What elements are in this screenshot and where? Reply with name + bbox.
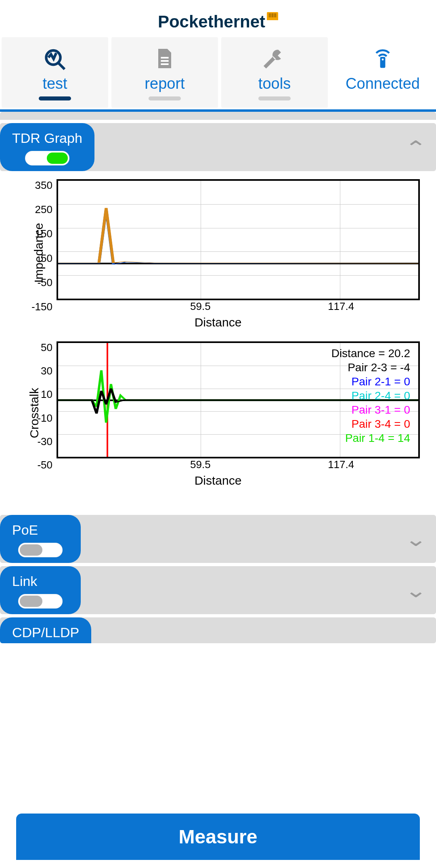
section-pill-cdp: CDP/LLDP	[0, 617, 91, 643]
tab-indicator	[258, 96, 291, 100]
chevron-down-icon[interactable]: ⌄	[405, 579, 427, 602]
section-tdr[interactable]: TDR Graph ⌄	[0, 123, 436, 171]
section-pill-tdr: TDR Graph	[0, 123, 94, 171]
crosstalk-legend: Distance = 20.2 Pair 2-3 = -4 Pair 2-1 =…	[331, 346, 410, 445]
wrench-icon	[221, 44, 328, 73]
impedance-chart: Impedance 350 250 150 50 -50 -150	[16, 179, 420, 329]
toggle-tdr[interactable]	[25, 151, 69, 165]
svg-rect-4	[161, 63, 168, 65]
impedance-plot[interactable]	[57, 179, 420, 300]
section-cdp[interactable]: CDP/LLDP	[0, 617, 436, 643]
analytics-icon	[2, 44, 108, 73]
section-title: TDR Graph	[12, 130, 82, 146]
tdr-chart-panel: Impedance 350 250 150 50 -50 -150	[0, 171, 436, 512]
document-icon	[111, 44, 218, 73]
status-label: Connected	[329, 75, 436, 92]
section-poe[interactable]: PoE ⌄	[0, 515, 436, 563]
section-pill-link: Link	[0, 566, 81, 614]
svg-rect-3	[161, 60, 168, 62]
content-area: TDR Graph ⌄ Impedance 350 250 150 50 -50…	[0, 112, 436, 643]
x-axis-label: Distance	[16, 474, 420, 487]
remote-icon	[329, 44, 436, 73]
tab-label: test	[2, 75, 108, 92]
svg-line-1	[58, 63, 65, 69]
tab-status[interactable]: Connected	[329, 37, 436, 108]
app-header: Pockethernet	[0, 0, 436, 36]
app-logo: Pockethernet	[158, 12, 278, 31]
tab-indicator	[149, 96, 181, 100]
x-ticks: 59.5 117.4	[57, 458, 420, 471]
tab-label: tools	[221, 75, 328, 92]
y-ticks: 350 250 150 50 -50 -150	[28, 179, 52, 313]
tab-tools[interactable]: tools	[221, 37, 328, 108]
section-pill-poe: PoE	[0, 515, 81, 563]
measure-button[interactable]: Measure	[16, 814, 420, 860]
y-ticks: 50 30 10 -10 -30 -50	[28, 341, 52, 471]
app-logo-text: Pockethernet	[158, 12, 265, 31]
tab-test[interactable]: test	[2, 37, 108, 108]
svg-rect-2	[161, 57, 168, 59]
tab-report[interactable]: report	[111, 37, 218, 108]
measure-button-label: Measure	[179, 826, 258, 847]
tab-indicator	[39, 96, 71, 100]
main-tabs: test report tools Connected	[0, 36, 436, 112]
section-title: CDP/LLDP	[12, 625, 79, 640]
section-title: PoE	[12, 522, 69, 538]
chevron-up-icon[interactable]: ⌄	[405, 136, 427, 159]
ethernet-icon	[267, 12, 278, 20]
toggle-link[interactable]	[18, 594, 63, 609]
x-ticks: 59.5 117.4	[57, 300, 420, 312]
svg-point-6	[382, 59, 384, 61]
toggle-poe[interactable]	[18, 543, 63, 557]
crosstalk-plot[interactable]: Distance = 20.2 Pair 2-3 = -4 Pair 2-1 =…	[57, 341, 420, 458]
chevron-down-icon[interactable]: ⌄	[405, 528, 427, 550]
x-axis-label: Distance	[16, 316, 420, 329]
section-title: Link	[12, 573, 69, 589]
divider	[0, 112, 436, 120]
crosstalk-chart: Crosstalk 50 30 10 -10 -30 -50	[16, 341, 420, 487]
section-link[interactable]: Link ⌄	[0, 566, 436, 614]
tab-label: report	[111, 75, 218, 92]
